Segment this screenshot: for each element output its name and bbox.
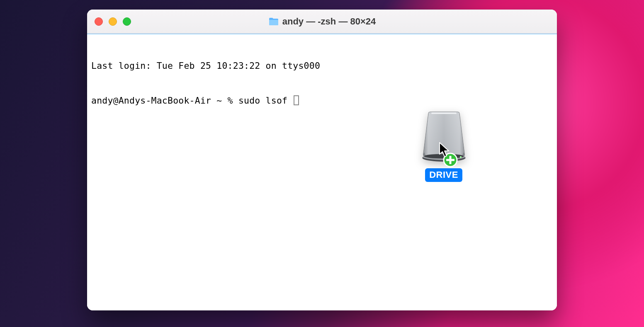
terminal-line-last-login: Last login: Tue Feb 25 10:23:22 on ttys0… — [91, 60, 553, 72]
terminal-command: sudo lsof — [238, 95, 293, 106]
window-title: andy — -zsh — 80×24 — [282, 16, 376, 27]
titlebar[interactable]: andy — -zsh — 80×24 — [87, 10, 557, 34]
close-button[interactable] — [95, 17, 103, 26]
terminal-content[interactable]: Last login: Tue Feb 25 10:23:22 on ttys0… — [87, 34, 557, 310]
terminal-window[interactable]: andy — -zsh — 80×24 Last login: Tue Feb … — [87, 10, 557, 310]
folder-icon — [268, 17, 279, 26]
terminal-cursor — [294, 95, 299, 105]
fullscreen-button[interactable] — [123, 17, 131, 26]
terminal-prompt: andy@Andys-MacBook-Air ~ % — [91, 95, 238, 106]
minimize-button[interactable] — [109, 17, 117, 26]
